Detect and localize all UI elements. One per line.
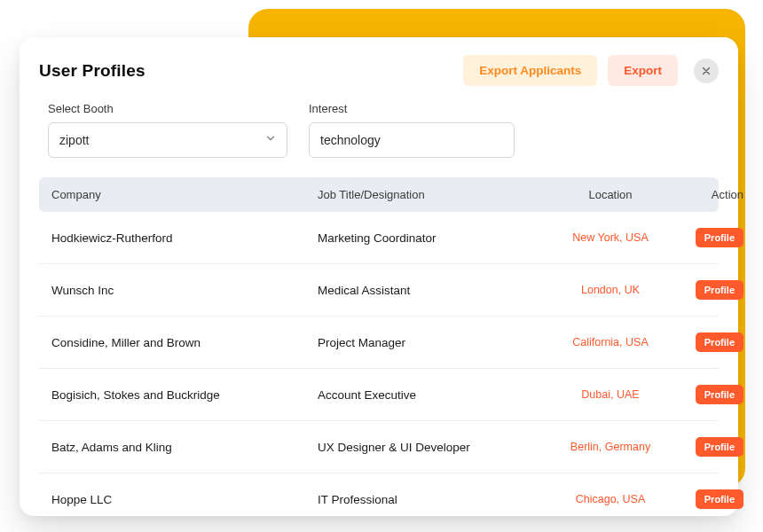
col-company: Company — [51, 188, 318, 201]
export-applicants-button[interactable]: Export Applicants — [463, 55, 597, 86]
profile-button[interactable]: Profile — [696, 332, 743, 352]
booth-select-wrap: zipott — [48, 122, 287, 158]
profile-button[interactable]: Profile — [696, 489, 743, 509]
interest-input[interactable] — [309, 122, 515, 158]
profile-button[interactable]: Profile — [696, 228, 743, 247]
profiles-table: Company Job Title/Designation Location A… — [39, 177, 719, 525]
cell-company: Hodkiewicz-Rutherford — [51, 231, 318, 245]
cell-action: Profile — [681, 437, 743, 457]
table-row: Wunsch IncMedical AssistantLondon, UKPro… — [39, 264, 719, 317]
cell-company: Wunsch Inc — [51, 284, 318, 297]
panel-header: User Profiles Export Applicants Export — [39, 55, 719, 86]
cell-location: London, UK — [539, 284, 681, 296]
booth-select[interactable]: zipott — [48, 122, 287, 158]
cell-action: Profile — [681, 385, 743, 404]
cell-company: Hoppe LLC — [51, 493, 318, 506]
user-profiles-panel: User Profiles Export Applicants Export S… — [20, 37, 738, 516]
filter-booth: Select Booth zipott — [48, 102, 287, 158]
cell-action: Profile — [681, 489, 743, 509]
cell-location: New York, USA — [539, 231, 681, 244]
filter-interest-label: Interest — [309, 102, 515, 115]
col-action: Action — [681, 188, 743, 201]
cell-job-title: Medical Assistant — [318, 284, 539, 297]
table-body: Hodkiewicz-RutherfordMarketing Coordinat… — [39, 212, 719, 525]
profile-button[interactable]: Profile — [696, 385, 743, 404]
page-title: User Profiles — [39, 61, 146, 81]
col-location: Location — [539, 188, 681, 201]
cell-location: Chicago, USA — [539, 493, 681, 505]
cell-job-title: Project Manager — [318, 336, 539, 349]
cell-location: Berlin, Germany — [539, 441, 681, 453]
cell-location: California, USA — [539, 336, 681, 348]
cell-action: Profile — [681, 332, 743, 352]
filter-booth-label: Select Booth — [48, 102, 287, 115]
cell-company: Batz, Adams and Kling — [51, 441, 318, 454]
table-row: Hodkiewicz-RutherfordMarketing Coordinat… — [39, 212, 719, 264]
cell-job-title: IT Professional — [318, 493, 539, 506]
filter-interest: Interest — [309, 102, 515, 158]
cell-company: Bogisich, Stokes and Buckridge — [51, 388, 318, 402]
cell-job-title: Marketing Coordinator — [318, 231, 539, 245]
export-button[interactable]: Export — [608, 55, 678, 86]
table-row: Hoppe LLCIT ProfessionalChicago, USAProf… — [39, 473, 719, 525]
table-header: Company Job Title/Designation Location A… — [39, 177, 719, 212]
col-job: Job Title/Designation — [318, 188, 539, 201]
cell-action: Profile — [681, 280, 743, 300]
cell-company: Considine, Miller and Brown — [51, 336, 318, 349]
profile-button[interactable]: Profile — [696, 437, 743, 457]
table-row: Batz, Adams and KlingUX Designer & UI De… — [39, 421, 719, 473]
cell-job-title: Account Executive — [318, 388, 539, 402]
profile-button[interactable]: Profile — [696, 280, 743, 300]
filters: Select Booth zipott Interest — [39, 102, 719, 158]
table-row: Bogisich, Stokes and BuckridgeAccount Ex… — [39, 369, 719, 421]
close-button[interactable] — [694, 59, 719, 83]
table-row: Considine, Miller and BrownProject Manag… — [39, 317, 719, 369]
interest-input-wrap — [309, 122, 515, 158]
header-actions: Export Applicants Export — [463, 55, 719, 86]
cell-location: Dubai, UAE — [539, 388, 681, 401]
cell-job-title: UX Designer & UI Developer — [318, 441, 539, 454]
cell-action: Profile — [681, 228, 743, 247]
close-icon — [701, 66, 712, 76]
